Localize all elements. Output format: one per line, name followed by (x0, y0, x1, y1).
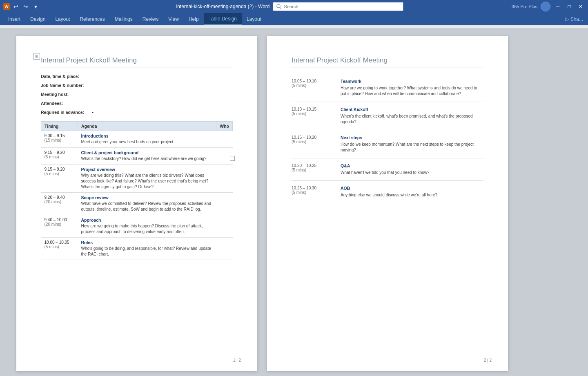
col-timing: Timing (41, 122, 78, 131)
close-button[interactable]: ✕ (577, 2, 585, 11)
p2-title-5: AOB (341, 186, 437, 191)
search-input[interactable] (284, 4, 400, 9)
p2-content-1: Teamwork How are we going to work togeth… (341, 79, 483, 97)
meta-label-required: Required in advance: (41, 110, 84, 115)
pro-plus-label: 365 Pro Plus (512, 4, 537, 9)
who-3 (216, 165, 233, 193)
p2-content-2: Client Kickoff When's the client kickoff… (341, 107, 483, 125)
agenda-desc-3: Why are we doing this? What are the clie… (81, 173, 213, 190)
timing-4: 9.20 – 9.40(20 mins) (41, 193, 78, 215)
title-bar-left: W ↩ ↪ ▾ (3, 3, 77, 10)
timing-5: 9.40 – 10.00(20 mins) (41, 215, 78, 238)
meta-required: Required in advance: • (41, 110, 233, 115)
title-bar-right: 365 Pro Plus ─ □ ✕ (503, 2, 585, 11)
p2-content-5: AOB Anything else we should discuss whil… (341, 186, 437, 198)
meta-label-attendees: Attendees: (41, 101, 63, 106)
agenda-desc-2: What's the backstory? How did we get her… (81, 156, 213, 162)
agenda-desc-1: Meet and greet your new best buds on you… (81, 139, 213, 145)
table-row: 10.00 – 10.05(5 mins) Roles Who's going … (41, 238, 233, 260)
agenda-title-6: Roles (81, 240, 213, 245)
who-4 (216, 193, 233, 215)
col-agenda: Agenda (78, 122, 216, 131)
p2-content-4: Q&A What haven't we told you that you ne… (341, 163, 430, 176)
search-box[interactable] (273, 2, 403, 11)
meta-label-host: Meeting host: (41, 92, 69, 97)
checkbox[interactable] (230, 156, 235, 161)
agenda-5: Approach How are we going to make this h… (78, 215, 216, 238)
page2-title: Internal Project Kickoff Meeting (292, 56, 483, 67)
timing-6: 10.00 – 10.05(5 mins) (41, 238, 78, 260)
tab-references[interactable]: References (75, 13, 109, 25)
redo-button[interactable]: ↪ (22, 3, 29, 10)
page-1: ⊞ Internal Project Kickoff Meeting Date,… (16, 36, 257, 371)
meta-label-date: Date, time & place: (41, 74, 79, 79)
undo-button[interactable]: ↩ (12, 3, 20, 10)
p2-item-5: 10.25 – 10.30(5 mins) AOB Anything else … (292, 181, 483, 203)
agenda-4: Scope review What have we committed to d… (78, 193, 216, 215)
p2-content-3: Next steps How do we keep momentum? What… (341, 135, 483, 153)
agenda-desc-4: What have we committed to deliver? Revie… (81, 201, 213, 212)
p2-timing-4: 10.20 – 10.25(5 mins) (292, 163, 332, 176)
share-button[interactable]: ▷ Sha... (565, 16, 588, 22)
agenda-6: Roles Who's going to be doing, and respo… (78, 238, 216, 260)
p2-item-2: 10.10 – 10.15(5 mins) Client Kickoff Whe… (292, 102, 483, 130)
who-1 (216, 131, 233, 148)
timing-2: 9.15 – 9.20(5 mins) (41, 148, 78, 165)
col-who: Who (216, 122, 233, 131)
word-icon: W (3, 3, 10, 10)
minimize-button[interactable]: ─ (554, 2, 562, 11)
agenda-title-4: Scope review (81, 195, 213, 200)
p2-item-3: 10.15 – 10.20(5 mins) Next steps How do … (292, 130, 483, 158)
p2-timing-3: 10.15 – 10.20(5 mins) (292, 135, 332, 153)
document-title: internal-kick-off-meeting-agenda (2) - W… (176, 4, 270, 9)
agenda-title-3: Project overview (81, 167, 213, 172)
timing-1: 9.00 – 9.15(15 mins) (41, 131, 78, 148)
p2-title-4: Q&A (341, 163, 430, 168)
p2-timing-1: 10.05 – 10.10(5 mins) (292, 79, 332, 97)
p2-title-2: Client Kickoff (341, 107, 483, 112)
tab-mailings[interactable]: Mailings (110, 13, 138, 25)
p2-timing-2: 10.10 – 10.15(5 mins) (292, 107, 332, 125)
tab-table-design[interactable]: Table Design (204, 13, 242, 25)
agenda-title-1: Introductions (81, 133, 213, 138)
p2-desc-3: How do we keep momentum? What are the ne… (341, 142, 483, 153)
table-row: 9.15 – 9.20(5 mins) Client & project bac… (41, 148, 233, 165)
bullet-required: • (92, 110, 94, 115)
p2-desc-5: Anything else we should discuss while we… (341, 192, 437, 198)
svg-point-0 (277, 4, 280, 8)
page1-title: Internal Project Kickoff Meeting (41, 56, 233, 67)
quick-access-dropdown[interactable]: ▾ (32, 3, 39, 10)
tab-layout-2[interactable]: Layout (242, 13, 266, 25)
page-2: Internal Project Kickoff Meeting 10.05 –… (267, 36, 508, 371)
p2-item-4: 10.20 – 10.25(5 mins) Q&A What haven't w… (292, 158, 483, 181)
who-6 (216, 238, 233, 260)
tab-help[interactable]: Help (184, 13, 204, 25)
search-icon (276, 4, 281, 9)
p2-desc-2: When's the client kickoff, what's been p… (341, 113, 483, 125)
agenda-desc-5: How are we going to make this happen? Di… (81, 223, 213, 235)
page1-footer: 1 | 2 (233, 358, 241, 363)
meta-host: Meeting host: (41, 92, 233, 97)
p2-desc-1: How are we going to work together? What … (341, 85, 483, 97)
user-avatar[interactable] (541, 2, 550, 11)
ribbon: Insert Design Layout References Mailings… (0, 13, 588, 25)
p2-item-1: 10.05 – 10.10(5 mins) Teamwork How are w… (292, 74, 483, 102)
maximize-button[interactable]: □ (565, 2, 573, 11)
meta-date: Date, time & place: (41, 74, 233, 79)
agenda-1: Introductions Meet and greet your new be… (78, 131, 216, 148)
table-row: 9.20 – 9.40(20 mins) Scope review What h… (41, 193, 233, 215)
table-row: 9.00 – 9.15(15 mins) Introductions Meet … (41, 131, 233, 148)
tab-review[interactable]: Review (138, 13, 163, 25)
document-area: ⊞ Internal Project Kickoff Meeting Date,… (0, 28, 588, 376)
tab-design[interactable]: Design (25, 13, 50, 25)
table-row: 9.15 – 9.20(5 mins) Project overview Why… (41, 165, 233, 193)
agenda-title-2: Client & project background (81, 150, 213, 155)
page2-footer: 2 | 2 (484, 358, 492, 363)
tab-view[interactable]: View (163, 13, 184, 25)
tab-insert[interactable]: Insert (3, 13, 25, 25)
tab-layout[interactable]: Layout (50, 13, 75, 25)
agenda-desc-6: Who's going to be doing, and responsible… (81, 246, 213, 257)
move-handle[interactable]: ⊞ (33, 53, 40, 60)
meta-attendees: Attendees: (41, 101, 233, 106)
p2-title-1: Teamwork (341, 79, 483, 84)
